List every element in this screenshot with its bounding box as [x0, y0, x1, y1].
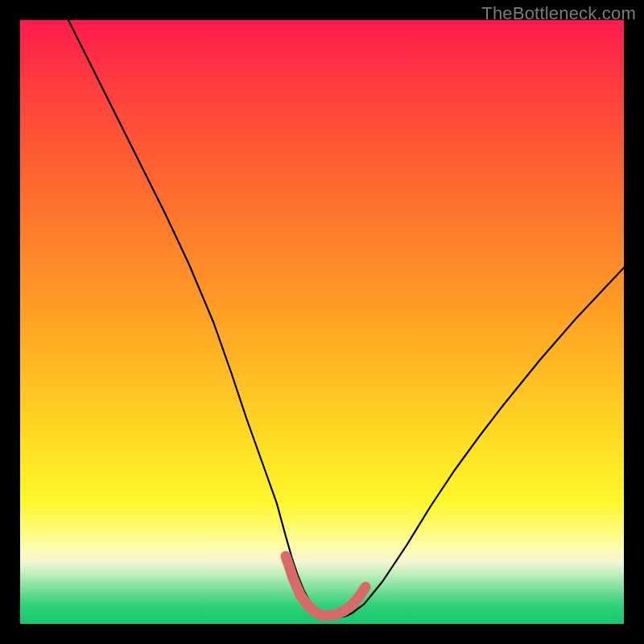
chart-frame: TheBottleneck.com [0, 0, 644, 644]
plot-area [20, 20, 624, 624]
bottleneck-curve [68, 20, 624, 617]
marker-dot [281, 551, 291, 561]
marker-dot [353, 593, 363, 603]
marker-dot [361, 582, 370, 592]
curve-svg [20, 20, 624, 624]
marker-dot [303, 601, 312, 610]
marker-dot [346, 601, 356, 611]
marker-dot [295, 590, 305, 600]
marker-dot [288, 573, 298, 583]
